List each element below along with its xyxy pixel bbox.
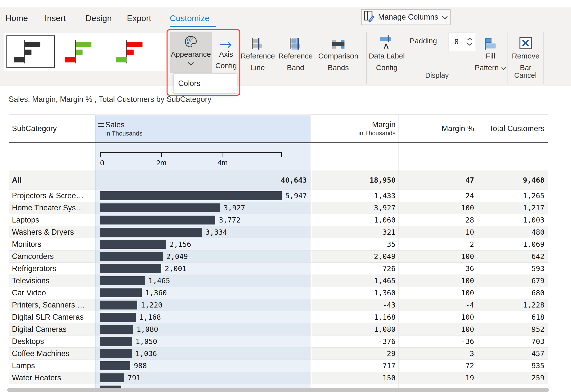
sales-bar-value: 1,080 [137,325,158,334]
table-row[interactable]: Water Heaters79115019259 [9,372,548,384]
sales-bar [100,361,130,370]
horizontal-scrollbar-thumb[interactable] [7,388,549,392]
margin-cell: -43 [311,299,399,311]
margin-pct-cell: 100 [399,323,479,336]
margin-pct-cell: 100 [399,251,479,263]
sales-cell: 1,168 [95,311,311,323]
axis-tick [223,153,223,157]
margin-pct-cell: 100 [399,275,479,287]
sales-cell: 1,080 [95,323,311,336]
reference-line-label-2: Line [251,62,265,73]
table-row[interactable]: Printers, Scanners …1,220-43-41,228 [9,299,548,311]
tab-home[interactable]: Home [5,13,28,23]
header-total-customers[interactable]: Total Customers [479,115,548,142]
axis-config-button[interactable]: Axis Config [213,32,239,73]
table-row[interactable]: Digital SLR Cameras1,1681,168100618 [9,311,548,323]
data-label-config-button[interactable]: A Data Label Config [369,32,405,73]
reference-band-button[interactable]: Reference Band [279,32,312,73]
display-group-label: Display [425,71,449,80]
margin-pct-cell: -36 [399,336,479,348]
sales-bar-value: 1,036 [135,349,157,358]
table-row[interactable]: Monitors2,1563521,069 [9,238,548,251]
stepper-up-icon[interactable] [467,37,473,41]
table-row[interactable]: Televisions1,4651,465100679 [9,275,548,287]
table-row[interactable]: Projectors & Scree…5,9471,433241,265 [9,190,548,202]
appearance-label: Appearance [171,49,211,60]
sales-cell: 1,036 [95,348,311,360]
table-row[interactable]: Laptops3,7721,060281,003 [9,214,548,226]
manage-columns-button[interactable]: Manage Columns [361,9,451,25]
menu-item-colors[interactable]: Colors [174,79,237,88]
axis-tick [100,153,101,157]
margin-pct-header-label: Margin % [442,124,474,133]
appearance-button[interactable]: Appearance [170,32,212,73]
data-table: SubCategory Sales in Thousands Margin in… [9,114,548,392]
chart-title: Sales, Margin, Margin % , Total Customer… [9,95,211,104]
stepper-down-icon[interactable] [467,42,473,46]
padding-stepper[interactable]: 0 [449,32,475,51]
table-row[interactable]: Home Theater Sys…3,9273,9271001,217 [9,202,548,214]
tab-export[interactable]: Export [127,13,151,23]
subcategory-cell: Car Video [9,287,95,299]
sales-bar-value: 1,465 [148,277,170,285]
header-margin[interactable]: Margin in Thousands [311,115,399,142]
chart-style-thumbnail-dark[interactable] [6,35,55,68]
ribbon-separator [543,32,543,84]
tab-customize[interactable]: Customize [170,13,210,23]
margin-cell: 35 [311,238,399,251]
sales-bar-value: 2,001 [165,264,186,273]
sales-bar-value: 988 [134,362,147,370]
margin-pct-cell: 100 [399,311,479,323]
customers-cell: 457 [479,348,548,360]
sales-cell: 5,947 [95,190,311,202]
margin-cell: 3,927 [311,202,399,214]
cancel-group-label: Cancel [514,71,537,80]
margin-header-subtitle: in Thousands [358,130,396,137]
tab-insert[interactable]: Insert [45,13,66,23]
bar-style-red-green-icon [113,38,153,65]
margin-cell: 1,433 [311,190,399,202]
table-row[interactable]: Coffee Machines1,036-29-3457 [9,348,548,360]
customers-cell: 593 [479,263,548,275]
margin-pct-cell: 10 [399,226,479,238]
axis-ruler: 0 2m 4m [100,152,282,153]
subcategory-cell: Washers & Dryers [9,226,95,238]
comparison-bands-icon [331,32,345,50]
padding-value[interactable]: 0 [449,37,467,46]
drag-handle-icon[interactable] [98,123,104,127]
table-row[interactable]: Camcorders2,0492,049100642 [9,251,548,263]
margin-pct-cell: 72 [399,360,479,372]
subcategory-cell: Televisions [9,275,95,287]
fill-pattern-label-1: Fill [486,50,495,62]
customers-cell: 1,069 [479,238,548,251]
padding-label: Padding [410,37,437,45]
table-row[interactable]: Digital Cameras1,0801,080100952 [9,323,548,336]
margin-pct-cell: -3 [399,348,479,360]
subcategory-cell: Monitors [9,238,95,251]
table-row[interactable]: Washers & Dryers3,33432110480 [9,226,548,238]
remove-bar-button[interactable]: Remove Bar [510,32,542,73]
chart-style-thumbnail-red-green[interactable] [109,35,157,68]
customers-cell: 1,265 [479,190,548,202]
table-row[interactable]: Desktops1,050-376-36703 [9,336,548,348]
margin-cell: 1,168 [311,311,399,323]
header-subcategory[interactable]: SubCategory [9,115,95,142]
comparison-bands-button[interactable]: Comparison Bands [318,32,358,73]
data-label-config-label-2: Config [376,62,398,73]
table-row[interactable]: Refrigerators2,001-726-36593 [9,263,548,275]
chart-style-thumbnail-green-red[interactable] [57,35,106,68]
margin-cell: 1,080 [311,323,399,336]
table-row[interactable]: All40,64318,950479,468 [9,170,548,190]
header-sales-selected[interactable]: Sales in Thousands [95,115,311,142]
margin-cell: 321 [311,226,399,238]
table-header-row: SubCategory Sales in Thousands Margin in… [9,114,548,143]
reference-line-label-1: Reference [241,50,275,62]
reference-line-button[interactable]: Reference Line [242,32,274,73]
table-row[interactable]: Lamps98871772935 [9,360,548,372]
palette-icon [184,32,198,49]
table-row[interactable]: Car Video1,3601,360100680 [9,287,548,299]
fill-pattern-button[interactable]: Fill Pattern [475,32,506,73]
app-window: Home Insert Design Export Customize Mana… [0,0,571,392]
header-margin-pct[interactable]: Margin % [399,115,479,142]
tab-design[interactable]: Design [86,13,112,23]
